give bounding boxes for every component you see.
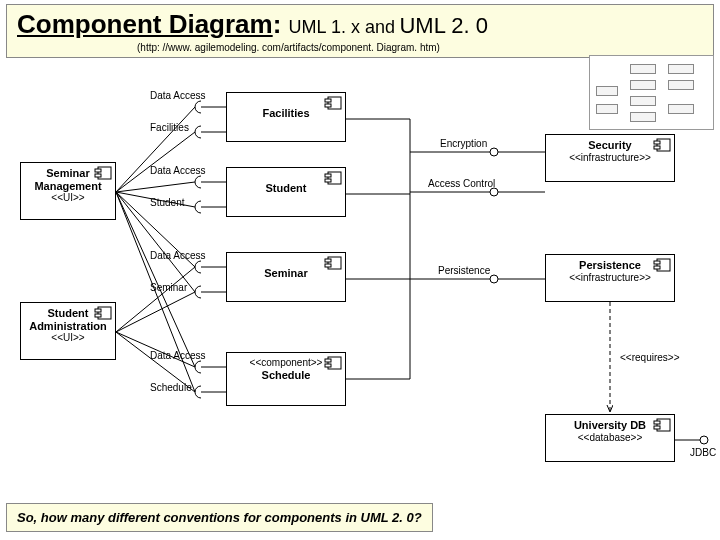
- stereotype-label: <<database>>: [552, 432, 668, 444]
- interface-label: Schedule: [150, 382, 192, 393]
- component-student: Student: [226, 167, 346, 217]
- component-seminar: Seminar: [226, 252, 346, 302]
- title-part3: UML 2. 0: [399, 13, 487, 38]
- component-security: Security <<infrastructure>>: [545, 134, 675, 182]
- component-icon: [324, 256, 342, 270]
- interface-label: Student: [150, 197, 184, 208]
- interface-label: Data Access: [150, 90, 206, 101]
- interface-label: Facilities: [150, 122, 189, 133]
- component-schedule: <<component>> Schedule: [226, 352, 346, 406]
- component-student-admin: Student Administration <<UI>>: [20, 302, 116, 360]
- question-bar: So, how many different conventions for c…: [6, 503, 433, 532]
- component-icon: [324, 171, 342, 185]
- svg-point-29: [490, 148, 498, 156]
- interface-label: JDBC: [690, 447, 716, 458]
- component-facilities: Facilities: [226, 92, 346, 142]
- component-label: University DB: [552, 419, 668, 432]
- stereotype-label: <<infrastructure>>: [552, 272, 668, 284]
- dependency-label: <<requires>>: [620, 352, 680, 363]
- question-text: So, how many different conventions for c…: [17, 510, 422, 525]
- component-icon: [653, 418, 671, 432]
- svg-line-3: [116, 107, 195, 192]
- component-seminar-management: Seminar Management <<UI>>: [20, 162, 116, 220]
- title-main: Component Diagram: [17, 9, 273, 39]
- title-bar: Component Diagram: UML 1. x and UML 2. 0…: [6, 4, 714, 58]
- interface-label: Data Access: [150, 350, 206, 361]
- svg-point-35: [490, 275, 498, 283]
- interface-label: Data Access: [150, 250, 206, 261]
- svg-line-12: [116, 292, 195, 332]
- component-university-db: University DB <<database>>: [545, 414, 675, 462]
- component-persistence: Persistence <<infrastructure>>: [545, 254, 675, 302]
- svg-point-39: [700, 436, 708, 444]
- diagram-canvas: Seminar Management <<UI>> Student Admini…: [0, 52, 720, 492]
- component-icon: [653, 138, 671, 152]
- stereotype-label: <<UI>>: [27, 332, 109, 344]
- stereotype-label: <<infrastructure>>: [552, 152, 668, 164]
- component-icon: [653, 258, 671, 272]
- component-label: Security: [552, 139, 668, 152]
- component-icon: [94, 166, 112, 180]
- svg-line-11: [116, 267, 195, 332]
- component-label: Schedule: [233, 369, 339, 382]
- title-part2: UML 1. x and: [289, 17, 395, 37]
- component-icon: [94, 306, 112, 320]
- component-label: Persistence: [552, 259, 668, 272]
- stereotype-label: <<UI>>: [27, 192, 109, 204]
- interface-label: Access Control: [428, 178, 495, 189]
- component-icon: [324, 356, 342, 370]
- interface-label: Encryption: [440, 138, 487, 149]
- svg-point-32: [490, 188, 498, 196]
- component-icon: [324, 96, 342, 110]
- interface-label: Seminar: [150, 282, 187, 293]
- interface-label: Data Access: [150, 165, 206, 176]
- interface-label: Persistence: [438, 265, 490, 276]
